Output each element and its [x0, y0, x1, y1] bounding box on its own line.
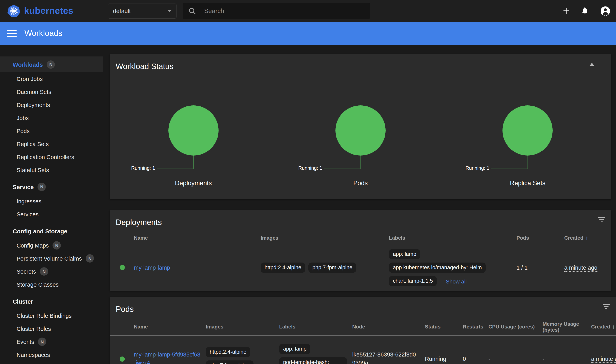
sidebar-item[interactable]: Pods [0, 124, 103, 137]
column-header[interactable]: CPU Usage (cores) [488, 321, 543, 333]
sidebar-item-label: Events [17, 338, 34, 345]
page-title: Workloads [25, 29, 62, 38]
deployment-name-link[interactable]: my-lamp-lamp [134, 264, 170, 271]
callout-line-vertical [361, 156, 361, 169]
sidebar-item[interactable]: Services [0, 208, 103, 221]
column-header[interactable]: Memory Usage (bytes) [543, 321, 591, 333]
callout-line-horizontal [324, 168, 361, 169]
image-chip: httpd:2.4-alpine [261, 262, 305, 273]
kubernetes-brand[interactable]: kubernetes [7, 4, 98, 18]
sidebar-item[interactable]: Namespaces [0, 348, 103, 361]
user-avatar-icon[interactable] [600, 6, 610, 16]
pods-table: Name Images Labels [110, 315, 616, 364]
sidebar-item[interactable]: Secrets N [0, 265, 103, 278]
sidebar-item-label: Jobs [17, 115, 29, 121]
sidebar-item[interactable]: Events N [0, 335, 103, 348]
collapse-arrow-icon[interactable] [590, 63, 594, 66]
deployments-table: Name Images Labels [110, 228, 611, 291]
deployments-title: Deployments [116, 218, 162, 227]
column-header[interactable]: Created ↑ [591, 321, 616, 333]
sidebar-item: Cluster [0, 293, 103, 309]
label-chip: pod-template-hash: 5fd985cf68 [279, 357, 347, 364]
sidebar-item-label: Services [17, 211, 39, 217]
sidebar-item[interactable]: Daemon Sets [0, 85, 103, 98]
app-bar: Workloads [0, 22, 616, 45]
workload-pie-chart: Running: 1 Pods [277, 72, 444, 199]
sidebar-item[interactable]: Persistent Volume Claims N [0, 252, 103, 265]
column-header[interactable]: Node [352, 321, 425, 333]
namespace-value: default [113, 8, 167, 14]
image-chip: httpd:2.4-alpine [206, 347, 250, 357]
created-timestamp: a minute ago [564, 264, 597, 272]
menu-hamburger-icon[interactable] [7, 29, 17, 37]
pie-callout-label: Running: 1 [298, 165, 322, 171]
sidebar-item-label: Daemon Sets [17, 89, 51, 95]
new-badge: N [40, 267, 48, 275]
show-all-link[interactable]: Show all [446, 278, 467, 285]
sidebar-item[interactable]: Storage Classes [0, 278, 103, 291]
label-chip: app: lamp [389, 249, 420, 259]
column-header[interactable]: Name [134, 235, 261, 241]
column-header[interactable]: Created ↑ [564, 235, 611, 241]
deployments-card: Deployments Name [110, 210, 611, 291]
pod-cpu-usage: - [488, 356, 543, 362]
sidebar-item[interactable]: Network Policies N [0, 361, 103, 364]
sort-ascending-icon: ↑ [612, 324, 615, 330]
pie-slice-running [503, 105, 553, 156]
sidebar-item-label: Ingresses [17, 198, 41, 204]
filter-icon[interactable] [598, 217, 605, 223]
new-badge: N [38, 338, 46, 346]
status-ok-dot [120, 356, 125, 362]
sidebar-item-label: Cron Jobs [17, 76, 43, 82]
column-header[interactable]: Labels [279, 321, 352, 333]
pods-title: Pods [116, 305, 134, 314]
sidebar-item[interactable]: Cron Jobs [0, 72, 103, 85]
chevron-down-icon [167, 10, 171, 12]
sidebar-item[interactable]: Service N [0, 179, 103, 195]
callout-line-horizontal [491, 168, 528, 169]
sidebar-item[interactable]: Ingresses [0, 195, 103, 208]
label-chip: chart: lamp-1.1.5 [389, 276, 437, 286]
sidebar-item[interactable]: Cluster Roles [0, 322, 103, 335]
sidebar-item-label: Cluster [13, 298, 33, 305]
column-header[interactable]: Images [261, 235, 389, 241]
pie-chart-title: Replica Sets [444, 180, 611, 187]
callout-line-horizontal [157, 168, 193, 169]
sort-ascending-icon: ↑ [585, 235, 588, 241]
callout-line-vertical [193, 156, 194, 169]
namespace-selector[interactable]: default [108, 3, 176, 18]
pod-name-link[interactable]: my-lamp-lamp-5fd985cf68-jwvz4 [134, 351, 201, 364]
sidebar-item[interactable]: Stateful Sets [0, 163, 103, 176]
column-header[interactable]: Labels [389, 235, 516, 241]
deployment-row[interactable]: my-lamp-lamp httpd:2.4-alpinephp:7-fpm-a… [110, 244, 611, 291]
create-resource-icon[interactable]: + [563, 6, 569, 16]
column-header[interactable]: Restarts [463, 321, 488, 333]
pod-memory-usage: - [543, 356, 591, 362]
pod-row[interactable]: my-lamp-lamp-5fd985cf68-jwvz4 httpd:2.4-… [110, 336, 616, 364]
pie-slice-running [335, 105, 386, 156]
sidebar-item[interactable]: Replication Controllers [0, 150, 103, 163]
sidebar-item[interactable]: Cluster Role Bindings [0, 309, 103, 322]
sidebar-item[interactable]: Deployments [0, 98, 103, 111]
notifications-bell-icon[interactable] [580, 7, 589, 15]
sidebar-item-label: Storage Classes [17, 281, 59, 288]
search-input[interactable] [204, 7, 364, 14]
column-header[interactable]: Pods [516, 235, 564, 241]
new-badge: N [86, 254, 94, 262]
main-content: Workload Status Running: 1 Deployments [103, 45, 616, 364]
sidebar-item-label: Stateful Sets [17, 167, 49, 173]
sidebar-item[interactable]: Replica Sets [0, 137, 103, 150]
label-chip: app.kubernetes.io/managed-by: Helm [389, 262, 486, 273]
filter-icon[interactable] [603, 304, 610, 310]
sidebar-item[interactable]: Jobs [0, 111, 103, 124]
column-header[interactable]: Images [206, 321, 279, 333]
search-bar[interactable] [183, 3, 370, 19]
sidebar-item: Config and Storage [0, 223, 103, 239]
sidebar-item[interactable]: Workloads N [0, 56, 103, 72]
new-badge: N [47, 60, 55, 68]
pie-slice-running [168, 105, 218, 156]
sidebar-item[interactable]: Config Maps N [0, 239, 103, 252]
column-header[interactable]: Name [134, 321, 206, 333]
column-header[interactable]: Status [425, 321, 463, 333]
status-ok-dot [120, 265, 125, 270]
